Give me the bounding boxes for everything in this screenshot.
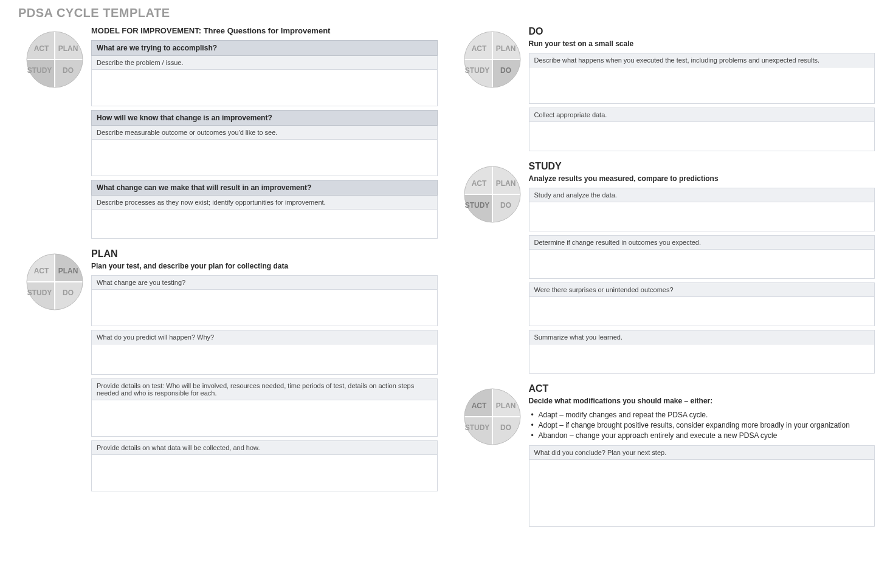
wheel-plan-label: PLAN — [58, 44, 78, 53]
wheel-do-label: DO — [500, 66, 511, 75]
wheel-icon-model: ACT PLAN STUDY DO — [18, 26, 91, 90]
wheel-study-label: STUDY — [464, 201, 489, 210]
study-r1-hint: Study and analyze the data. — [529, 188, 875, 202]
model-q1-hint: Describe the problem / issue. — [91, 56, 438, 70]
section-model: ACT PLAN STUDY DO MODEL FOR IMPROVEMENT:… — [18, 26, 438, 242]
model-q2-answer[interactable] — [91, 140, 438, 176]
plan-r2-answer[interactable] — [91, 344, 438, 375]
act-bullet-abandon: Abandon – change your approach entirely … — [531, 431, 875, 441]
study-r2-answer[interactable] — [529, 250, 875, 279]
pdsa-wheel-icon: ACT PLAN STUDY DO — [462, 164, 523, 225]
wheel-act-label: ACT — [471, 179, 486, 188]
do-r2-answer[interactable] — [529, 122, 875, 151]
model-q3-title: What change can we make that will result… — [91, 180, 438, 196]
plan-r4-answer[interactable] — [91, 455, 438, 491]
study-r2-hint: Determine if change resulted in outcomes… — [529, 235, 875, 250]
do-r2-hint: Collect appropriate data. — [529, 108, 875, 122]
right-column: ACT PLAN STUDY DO DO Run your test on a … — [456, 26, 875, 536]
do-sub: Run your test on a small scale — [529, 39, 875, 48]
act-r1-answer[interactable] — [529, 460, 875, 527]
plan-r1-answer[interactable] — [91, 290, 438, 326]
model-q2-title: How will we know that change is an impro… — [91, 110, 438, 126]
wheel-act-label: ACT — [34, 267, 49, 275]
act-bullet-adopt: Adopt – if change brought positive resul… — [531, 420, 875, 431]
pdsa-wheel-icon: ACT PLAN STUDY DO — [462, 386, 523, 447]
section-act: ACT PLAN STUDY DO ACT Decide what modifi… — [456, 383, 875, 530]
act-bullet-adapt: Adapt – modify changes and repeat the PD… — [531, 410, 875, 420]
plan-r1-hint: What change are you testing? — [91, 275, 438, 290]
layout-columns: ACT PLAN STUDY DO MODEL FOR IMPROVEMENT:… — [18, 26, 875, 536]
plan-r3-hint: Provide details on test: Who will be inv… — [91, 378, 438, 400]
study-sub: Analyze results you measured, compare to… — [529, 174, 875, 183]
pdsa-wheel-icon: ACT PLAN STUDY DO — [24, 251, 85, 312]
wheel-do-label: DO — [500, 423, 511, 432]
plan-heading: PLAN — [91, 248, 438, 259]
section-plan: ACT PLAN STUDY DO PLAN Plan your test, a… — [18, 248, 438, 495]
wheel-icon-study: ACT PLAN STUDY DO — [456, 161, 529, 225]
model-q1-answer[interactable] — [91, 70, 438, 106]
section-do: ACT PLAN STUDY DO DO Run your test on a … — [456, 26, 875, 155]
model-q2-hint: Describe measurable outcome or outcomes … — [91, 126, 438, 140]
wheel-plan-label: PLAN — [495, 402, 515, 410]
plan-r2-hint: What do you predict will happen? Why? — [91, 330, 438, 344]
study-r1-answer[interactable] — [529, 202, 875, 231]
pdsa-wheel-icon: ACT PLAN STUDY DO — [462, 29, 523, 90]
do-r1-hint: Describe what happens when you executed … — [529, 53, 875, 67]
model-q3-answer[interactable] — [91, 210, 438, 239]
section-study: ACT PLAN STUDY DO STUDY Analyze results … — [456, 161, 875, 377]
wheel-study-label: STUDY — [464, 66, 489, 75]
act-sub: Decide what modifications you should mak… — [529, 397, 875, 405]
model-heading: MODEL FOR IMPROVEMENT: Three Questions f… — [91, 26, 438, 35]
study-heading: STUDY — [529, 161, 875, 172]
wheel-study-label: STUDY — [464, 423, 489, 432]
act-bullets: Adapt – modify changes and repeat the PD… — [531, 410, 875, 440]
wheel-act-label: ACT — [471, 44, 486, 53]
act-heading: ACT — [529, 383, 875, 394]
study-r4-answer[interactable] — [529, 344, 875, 374]
wheel-plan-label: PLAN — [495, 44, 515, 53]
wheel-icon-plan: ACT PLAN STUDY DO — [18, 248, 91, 312]
study-r3-hint: Were there surprises or unintended outco… — [529, 282, 875, 297]
wheel-icon-act: ACT PLAN STUDY DO — [456, 383, 529, 447]
wheel-do-label: DO — [63, 289, 74, 297]
plan-sub: Plan your test, and describe your plan f… — [91, 262, 438, 270]
do-heading: DO — [529, 26, 875, 37]
act-r1-hint: What did you conclude? Plan your next st… — [529, 445, 875, 460]
study-r3-answer[interactable] — [529, 297, 875, 326]
model-q1-title: What are we trying to accomplish? — [91, 40, 438, 56]
page-title: PDSA CYCLE TEMPLATE — [18, 6, 875, 20]
study-r4-hint: Summarize what you learned. — [529, 330, 875, 344]
wheel-plan-label: PLAN — [495, 179, 515, 188]
wheel-act-label: ACT — [34, 44, 49, 53]
plan-r3-answer[interactable] — [91, 400, 438, 437]
model-q3-hint: Describe processes as they now exist; id… — [91, 196, 438, 210]
wheel-plan-label: PLAN — [58, 267, 78, 275]
wheel-do-label: DO — [63, 66, 74, 75]
do-r1-answer[interactable] — [529, 67, 875, 104]
wheel-act-label: ACT — [471, 402, 486, 410]
wheel-study-label: STUDY — [27, 289, 52, 297]
wheel-icon-do: ACT PLAN STUDY DO — [456, 26, 529, 90]
plan-r4-hint: Provide details on what data will be col… — [91, 440, 438, 455]
wheel-study-label: STUDY — [27, 66, 52, 75]
pdsa-wheel-icon: ACT PLAN STUDY DO — [24, 29, 85, 90]
wheel-do-label: DO — [500, 201, 511, 210]
left-column: ACT PLAN STUDY DO MODEL FOR IMPROVEMENT:… — [18, 26, 438, 536]
